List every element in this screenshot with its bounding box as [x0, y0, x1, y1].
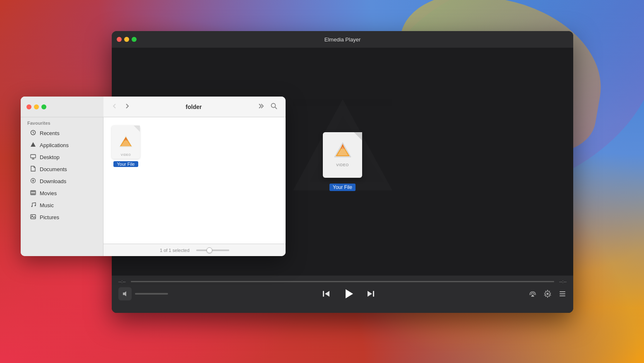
controls-row	[118, 287, 567, 300]
svg-rect-35	[31, 215, 36, 219]
size-slider[interactable]	[196, 249, 229, 251]
finder-content: VIDEO Your File	[103, 117, 286, 244]
finder-titlebar	[21, 97, 103, 117]
sidebar-item-downloads[interactable]: Downloads	[23, 176, 101, 187]
finder-main: folder	[103, 97, 286, 256]
finder-path-label: folder	[135, 104, 252, 110]
playback-controls	[322, 288, 375, 300]
sidebar-item-label-pictures: Pictures	[40, 214, 59, 220]
volume-section	[118, 287, 168, 300]
svg-marker-9	[346, 289, 353, 298]
svg-point-37	[272, 103, 276, 107]
svg-marker-11	[368, 291, 372, 297]
sidebar-item-music[interactable]: Music	[23, 200, 101, 211]
current-time-label: --:--	[118, 279, 126, 284]
next-button[interactable]	[366, 289, 375, 298]
minimize-button[interactable]	[124, 37, 129, 42]
svg-marker-12	[531, 294, 534, 297]
svg-marker-6	[123, 291, 126, 296]
svg-marker-18	[31, 142, 36, 147]
svg-line-38	[275, 107, 277, 109]
size-slider-thumb	[207, 247, 212, 253]
svg-rect-19	[31, 155, 36, 158]
progress-track[interactable]	[131, 281, 555, 282]
sidebar-item-recents[interactable]: Recents	[23, 128, 101, 139]
finder-status-bar: 1 of 1 selected	[103, 244, 286, 256]
path-forward-icon[interactable]	[256, 102, 266, 112]
downloads-icon	[30, 178, 36, 185]
right-controls	[529, 290, 567, 298]
svg-marker-8	[325, 291, 329, 297]
airplay-button[interactable]	[529, 290, 537, 298]
file-item[interactable]: VIDEO Your File	[112, 126, 140, 167]
traffic-lights	[117, 37, 137, 42]
svg-rect-10	[373, 291, 374, 297]
svg-rect-14	[560, 291, 565, 292]
progress-bar-container: --:-- --:--	[118, 279, 567, 284]
forward-button[interactable]	[123, 102, 132, 112]
pictures-icon	[30, 214, 36, 220]
close-button[interactable]	[117, 37, 122, 42]
back-button[interactable]	[110, 102, 119, 112]
sidebar-item-label-movies: Movies	[40, 190, 57, 196]
sidebar-item-label-documents: Documents	[40, 166, 67, 172]
sidebar-item-pictures[interactable]: Pictures	[23, 212, 101, 223]
sidebar-item-label-desktop: Desktop	[40, 154, 60, 160]
svg-rect-15	[560, 293, 565, 294]
svg-rect-7	[323, 291, 324, 297]
file-card-large: VIDEO	[323, 132, 362, 178]
sidebar-item-desktop[interactable]: Desktop	[23, 152, 101, 163]
movies-icon	[30, 190, 36, 197]
finder-maximize-button[interactable]	[41, 104, 46, 109]
desktop-icon	[30, 154, 36, 161]
maximize-button[interactable]	[132, 37, 137, 42]
file-type-label-large: VIDEO	[336, 163, 349, 167]
playlist-button[interactable]	[558, 290, 567, 298]
finder-sidebar: Favourites Recents Applications	[21, 97, 103, 256]
sidebar-item-applications[interactable]: Applications	[23, 140, 101, 151]
sidebar-item-documents[interactable]: Documents	[23, 164, 101, 175]
sidebar-item-label-music: Music	[40, 202, 54, 208]
sidebar-item-label-downloads: Downloads	[40, 178, 66, 184]
file-icon-container: VIDEO Your File	[323, 132, 362, 191]
volume-slider[interactable]	[135, 293, 168, 295]
media-player-title: Elmedia Player	[324, 36, 360, 43]
svg-point-33	[31, 206, 32, 207]
media-controls: --:-- --:--	[112, 276, 573, 313]
finder-toolbar: folder	[103, 97, 286, 117]
file-type-label: VIDEO	[121, 153, 131, 156]
finder-window: Favourites Recents Applications	[21, 97, 286, 256]
file-card: VIDEO	[112, 126, 140, 159]
sidebar-section-header: Favourites	[21, 117, 103, 127]
file-name-badge-large: Your File	[329, 184, 356, 191]
music-icon	[30, 202, 36, 209]
previous-button[interactable]	[322, 289, 331, 298]
finder-close-button[interactable]	[26, 104, 31, 109]
play-button[interactable]	[342, 288, 355, 300]
status-text: 1 of 1 selected	[160, 248, 190, 253]
search-button[interactable]	[269, 101, 279, 113]
applications-icon	[30, 142, 36, 149]
file-logo	[118, 134, 134, 150]
documents-icon	[30, 166, 36, 173]
finder-minimize-button[interactable]	[34, 104, 39, 109]
svg-point-34	[34, 205, 36, 206]
volume-button[interactable]	[118, 287, 132, 300]
recents-icon	[30, 130, 36, 137]
svg-point-13	[547, 293, 549, 295]
file-name-badge: Your File	[113, 161, 138, 167]
end-time-label: --:--	[559, 279, 567, 284]
media-player-titlebar: Elmedia Player	[112, 31, 573, 48]
file-logo-large	[332, 140, 353, 161]
sidebar-item-label-applications: Applications	[40, 142, 69, 148]
svg-rect-16	[560, 295, 565, 296]
sidebar-item-movies[interactable]: Movies	[23, 188, 101, 199]
settings-button[interactable]	[543, 290, 552, 298]
sidebar-item-label-recents: Recents	[40, 130, 60, 136]
